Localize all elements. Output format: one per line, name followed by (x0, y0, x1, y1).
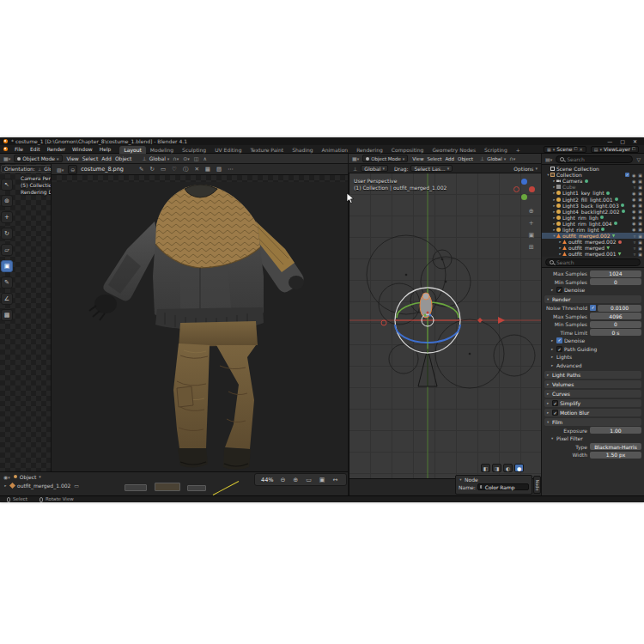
n-panel-tab[interactable]: Node (533, 476, 541, 494)
outliner-row[interactable]: ▸ Light_rim_ligh ✓ (542, 215, 644, 221)
overlays-icon[interactable]: ◫ (193, 155, 200, 161)
property-value[interactable]: 0 (590, 321, 641, 328)
outliner-row[interactable]: ▸ outfit_merged.001 ✓ (542, 251, 644, 257)
editor-type-icon[interactable]: ▦▾ (351, 155, 360, 161)
topbar-menu[interactable]: File (11, 146, 27, 152)
render-camera-icon[interactable] (638, 252, 642, 257)
object-name[interactable]: Cube (562, 184, 576, 190)
render-camera-icon[interactable] (638, 227, 642, 232)
exclude-checkbox-icon[interactable]: ✓ (625, 173, 629, 177)
expand-caret-icon[interactable]: ▾ (552, 234, 556, 238)
property-row[interactable]: ✓ Max Samples 4096 ∷ (544, 313, 641, 320)
shading-mode-button[interactable]: ◨ (492, 464, 501, 472)
workspace-tab[interactable]: Rendering (352, 146, 387, 154)
object-name[interactable]: light_rim_light (562, 227, 599, 233)
orientation-chip[interactable]: Orientation: ⊥ Global (1, 165, 52, 173)
new-scene-icon[interactable]: ⧠ (574, 146, 578, 152)
snap-magnet-icon[interactable]: ∩▾ (172, 155, 179, 161)
tool-button[interactable]: ↖ (1, 179, 13, 191)
orientation-selector[interactable]: ⊥ Global ▾ (141, 155, 169, 161)
shading-mode-button[interactable]: ● (514, 464, 524, 472)
workspace-tab[interactable]: Compositing (387, 146, 428, 154)
mode-selector[interactable]: Object Mode ▾ (362, 155, 408, 162)
property-value[interactable]: 1.00 (590, 427, 641, 434)
checkbox[interactable]: ✓ (552, 410, 558, 416)
viewport-nav-icon[interactable]: ⊕ (529, 208, 534, 215)
viewport-nav-icon[interactable]: ▣ (528, 232, 534, 239)
zoom-bar-icon[interactable]: ▭ (306, 477, 312, 483)
hide-eye-icon[interactable] (632, 203, 635, 208)
app-menu-icon[interactable] (3, 147, 8, 151)
outliner-row[interactable]: ▸ Light2_fill_light.001 ✓ (542, 196, 644, 202)
render-camera-icon[interactable] (638, 185, 642, 190)
tool-button[interactable]: ∠ (1, 293, 13, 305)
unlink-scene-icon[interactable]: ✕ (580, 147, 583, 152)
viewport-menu[interactable]: View (410, 156, 425, 161)
object-name[interactable]: Light_rim_light.004 (562, 221, 612, 227)
viewport-menu[interactable]: Add (443, 156, 456, 161)
outliner-row[interactable]: ▸ Camera ✓ (542, 178, 644, 184)
node-thumbnail[interactable] (155, 483, 180, 491)
left-viewport-strip[interactable]: Orientation: ⊥ Global Camera Perspecti (… (0, 164, 52, 471)
editor-type-icon[interactable]: ◉▾ (3, 474, 11, 480)
render-camera-icon[interactable] (638, 191, 642, 196)
tool-button[interactable]: ▱ (1, 244, 13, 256)
viewport-menu[interactable]: Object (113, 155, 134, 161)
outliner-row[interactable]: ▸ Cube ✓ (542, 184, 644, 190)
property-row[interactable]: ▸ ✓ Lights ∷ (544, 353, 641, 361)
property-row[interactable]: ✓ Type Blackman-Harris ∷ (544, 443, 641, 451)
hide-eye-icon[interactable] (634, 252, 636, 257)
property-row[interactable]: ▸ ✓ Advanced ∷ (544, 361, 641, 369)
image-header-icon[interactable]: ▭ (161, 166, 166, 173)
tool-button[interactable]: ↻ (1, 228, 13, 240)
object-name[interactable]: outfit_merged.001 (568, 251, 617, 257)
zoom-bar-icon[interactable]: ⊕ (293, 477, 298, 483)
hide-eye-icon[interactable] (632, 179, 635, 184)
axis-z-icon[interactable] (521, 179, 527, 185)
orientation-selector[interactable]: ⊥ Global ▾ (479, 155, 506, 161)
object-name[interactable]: Collection (556, 172, 582, 178)
tool-button[interactable]: + (1, 211, 13, 223)
property-row[interactable]: ▸ ✓ Motion Blur ∷ (544, 409, 641, 416)
property-row[interactable]: ✓ Max Samples 1024 ∷ (544, 270, 641, 277)
object-name[interactable]: Light4_backlight2.002 (562, 209, 620, 215)
property-row[interactable]: ✓ Time Limit 0 s ∷ (544, 329, 641, 337)
render-camera-icon[interactable] (638, 209, 642, 214)
image-name[interactable]: costume_8.png (81, 166, 124, 173)
shading-mode-button[interactable]: ◐ (503, 464, 513, 472)
image-header-icon[interactable]: ⋯ (228, 166, 234, 173)
tool-button[interactable]: ⊚ (1, 195, 13, 207)
breadcrumb-label[interactable]: outfit_merged_1.002 (17, 483, 70, 489)
image-header-icon[interactable]: ↻ (149, 166, 154, 173)
object-name[interactable]: outfit_merged.002 (562, 233, 611, 239)
viewport-menu[interactable]: Select (425, 156, 443, 161)
image-header-icon[interactable]: ⓘ (183, 166, 189, 173)
property-value[interactable]: 0.0100 (598, 305, 641, 312)
outliner-search[interactable] (556, 155, 633, 163)
minimize-button[interactable]: — (607, 138, 612, 144)
editor-type-icon[interactable]: ▨▾ (56, 167, 64, 173)
tool-button[interactable]: ▣ (1, 260, 13, 272)
image-header-icon[interactable]: ✕ (194, 166, 198, 173)
workspace-tab[interactable]: Sculpting (178, 146, 210, 154)
checkbox[interactable]: ✓ (556, 287, 562, 293)
workspace-tab[interactable]: Shading (288, 146, 317, 154)
axis-x-icon[interactable] (529, 186, 535, 192)
viewport-menu[interactable]: View (65, 155, 81, 161)
property-value[interactable]: 1024 (590, 270, 641, 277)
object-name[interactable]: outfit_merged (568, 245, 605, 251)
property-row[interactable]: ▾ ✓ Render ∷ (544, 295, 641, 303)
render-camera-icon[interactable] (638, 197, 642, 202)
node-thumbnail[interactable] (125, 484, 147, 491)
workspace-tab[interactable]: Scripting (480, 146, 512, 154)
proportional-edit-icon[interactable]: ⊙▾ (182, 155, 191, 161)
filter-icon[interactable]: ▽ (635, 156, 641, 162)
property-row[interactable]: ▾ ✓ Film ∷ (544, 418, 641, 426)
object-name[interactable]: Camera (562, 178, 583, 184)
outliner-row[interactable]: ▸ Light4_backlight2.002 ✓ (542, 209, 644, 215)
outliner-row[interactable]: ▸ Light_rim_light.004 ✓ (542, 221, 644, 227)
properties-search-input[interactable] (556, 259, 599, 265)
property-row[interactable]: ▸ ✓ Curves ∷ (544, 390, 641, 398)
property-row[interactable]: ✓ Min Samples 0 ∷ (544, 320, 641, 328)
render-camera-icon[interactable] (638, 173, 642, 178)
